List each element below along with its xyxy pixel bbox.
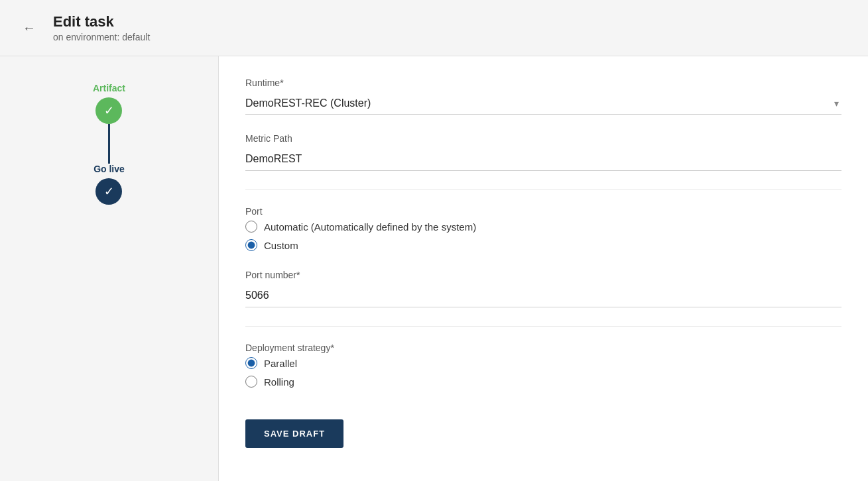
content-area: Runtime* DemoREST-REC (Cluster) ▾ Metric… (219, 56, 868, 481)
port-custom-option[interactable]: Custom (245, 239, 841, 251)
header-titles: Edit task on environment: default (53, 13, 150, 42)
deployment-strategy-group: Deployment strategy* Parallel Rolling (245, 343, 841, 388)
divider-1 (245, 189, 841, 190)
step-golive-circle: ✓ (95, 178, 122, 205)
step-artifact-label: Artifact (93, 83, 125, 93)
runtime-label: Runtime* (245, 78, 841, 88)
back-icon: ← (23, 21, 36, 36)
port-group: Port Automatic (Automatically defined by… (245, 206, 841, 251)
step-container: Artifact ✓ Go live ✓ (93, 83, 125, 205)
page-header: ← Edit task on environment: default (0, 0, 868, 56)
step-artifact-circle: ✓ (95, 97, 122, 124)
sidebar: Artifact ✓ Go live ✓ (0, 56, 219, 481)
deployment-rolling-radio[interactable] (245, 376, 257, 388)
deployment-parallel-option[interactable]: Parallel (245, 357, 841, 369)
deployment-parallel-radio[interactable] (245, 357, 257, 369)
deployment-parallel-label: Parallel (264, 358, 297, 369)
page-subtitle: on environment: default (53, 32, 150, 42)
back-button[interactable]: ← (16, 15, 42, 41)
save-draft-button[interactable]: SAVE DRAFT (245, 419, 343, 448)
deployment-rolling-option[interactable]: Rolling (245, 376, 841, 388)
step-artifact-icon: ✓ (104, 103, 114, 118)
divider-2 (245, 326, 841, 327)
metric-path-label: Metric Path (245, 133, 841, 144)
port-number-input[interactable] (245, 284, 841, 307)
port-automatic-radio[interactable] (245, 221, 257, 233)
metric-path-input[interactable] (245, 148, 841, 171)
port-number-label: Port number* (245, 270, 841, 280)
port-custom-radio[interactable] (245, 239, 257, 251)
port-radio-group: Automatic (Automatically defined by the … (245, 221, 841, 251)
metric-path-group: Metric Path (245, 133, 841, 171)
step-golive-icon: ✓ (104, 184, 114, 199)
port-custom-label: Custom (264, 240, 298, 251)
main-layout: Artifact ✓ Go live ✓ Runtime* Dem (0, 56, 868, 481)
page-title: Edit task (53, 13, 150, 30)
deployment-radio-group: Parallel Rolling (245, 357, 841, 388)
port-automatic-option[interactable]: Automatic (Automatically defined by the … (245, 221, 841, 233)
runtime-select-wrapper[interactable]: DemoREST-REC (Cluster) ▾ (245, 92, 841, 115)
port-label: Port (245, 206, 841, 217)
deployment-rolling-label: Rolling (264, 376, 294, 388)
step-connector (108, 124, 110, 164)
step-golive: Go live ✓ (93, 164, 125, 205)
port-automatic-label: Automatic (Automatically defined by the … (264, 221, 476, 233)
deployment-strategy-label: Deployment strategy* (245, 343, 841, 353)
runtime-group: Runtime* DemoREST-REC (Cluster) ▾ (245, 78, 841, 115)
runtime-select[interactable]: DemoREST-REC (Cluster) (245, 92, 841, 115)
port-number-group: Port number* (245, 270, 841, 307)
step-golive-label: Go live (93, 164, 125, 174)
step-artifact: Artifact ✓ (93, 83, 125, 124)
